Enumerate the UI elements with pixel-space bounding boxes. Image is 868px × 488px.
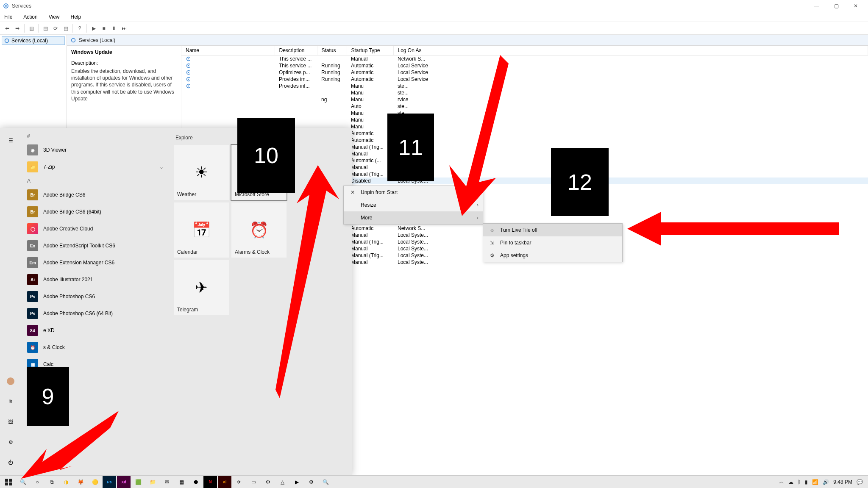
rail-user-icon[interactable] [2,373,19,390]
taskbar-app[interactable]: 🟡 [88,476,102,488]
back-button[interactable]: ⬅ [3,24,12,33]
start-app-item[interactable]: ⏰s & Clock [21,339,170,356]
table-row[interactable]: ngManurvice [181,96,868,103]
start-app-item[interactable]: AiAdobe Illustrator 2021 [21,271,170,288]
restart-service-button[interactable]: ⏭ [120,24,129,33]
context-menu-item[interactable]: More› [344,211,483,224]
taskbar-app[interactable]: Xd [117,476,131,488]
export-button[interactable]: ▤ [61,24,70,33]
minimize-button[interactable]: — [807,0,826,12]
menu-view[interactable]: View [47,13,61,21]
start-button[interactable] [2,476,15,488]
taskbar-app[interactable]: 🟩 [131,476,145,488]
context-menu-item[interactable]: Resize› [344,199,483,211]
start-service-button[interactable]: ▶ [89,24,98,33]
search-button[interactable]: 🔍 [16,476,30,488]
taskbar-app[interactable]: ⚙ [261,476,275,488]
tray-onedrive-icon[interactable]: ☁ [788,479,793,485]
taskbar-app[interactable]: 📁 [146,476,159,488]
tray-wifi-icon[interactable]: 📶 [812,479,818,485]
rail-menu-icon[interactable]: ☰ [2,132,19,149]
start-tile[interactable]: ✈Telegram [174,260,229,315]
context-menu-item[interactable]: ⚙App settings [483,249,622,262]
menu-help[interactable]: Help [69,13,83,21]
col-name[interactable]: Name [181,46,275,55]
start-app-item[interactable]: 📁7-Zip⌄ [21,158,170,175]
table-row[interactable]: Windows Event LogThis service ...Running… [181,62,868,69]
tray-volume-icon[interactable]: 🔊 [823,479,829,485]
table-row[interactable]: Manuste... [181,89,868,96]
menu-file[interactable]: File [3,13,14,21]
start-tile[interactable]: ☀Weather [174,145,229,200]
col-description[interactable]: Description [275,46,317,55]
taskbar-app[interactable]: ▭ [247,476,260,488]
taskbar-app[interactable]: Ai [218,476,231,488]
rail-settings-icon[interactable]: ⚙ [2,434,19,451]
taskbar-app[interactable]: ⚙ [304,476,318,488]
forward-button[interactable]: ➡ [13,24,22,33]
pause-service-button[interactable]: ⏸ [109,24,119,33]
start-app-item[interactable]: BrAdobe Bridge CS6 (64bit) [21,203,170,220]
tray-notifications-icon[interactable]: 💬 [857,479,863,485]
task-view-button[interactable]: ⧉ [45,476,58,488]
context-menu-item[interactable]: ⇲Pin to taskbar [483,236,622,249]
taskbar-app[interactable]: 🦊 [74,476,87,488]
table-row[interactable]: Windows Event CollectorThis service ...M… [181,55,868,63]
table-row[interactable]: Windows Insider ServiceProvides inf...Ma… [181,83,868,89]
tray-clock[interactable]: 9:48 PM [833,479,852,485]
maximize-button[interactable]: ▢ [826,0,846,12]
system-tray[interactable]: ︿ ☁ ᛒ ▮ 📶 🔊 9:48 PM 💬 [776,478,866,485]
taskbar-app[interactable]: ✉ [160,476,174,488]
tray-chevron-icon[interactable]: ︿ [779,478,784,485]
menu-action[interactable]: Action [22,13,39,21]
col-startup-type[interactable]: Startup Type [347,46,393,55]
context-menu-item[interactable]: ✕Unpin from Start [344,186,483,199]
help-button[interactable]: ? [75,24,84,33]
show-hide-tree-button[interactable]: ▥ [27,24,36,33]
col-status[interactable]: Status [317,46,347,55]
taskbar-app[interactable]: ⬢ [189,476,203,488]
properties-button[interactable]: ▤ [41,24,50,33]
taskbar-app[interactable]: ▶ [290,476,303,488]
list-header-hash[interactable]: # [21,130,170,141]
start-app-item[interactable]: Xde XD [21,322,170,339]
start-app-item[interactable]: PsAdobe Photoshop CS6 [21,288,170,305]
col-log-on-as[interactable]: Log On As [393,46,868,55]
tree-node-services-local[interactable]: Services (Local) [2,36,65,45]
stop-service-button[interactable]: ■ [99,24,108,33]
start-app-item[interactable]: EmAdobe Extension Manager CS6 [21,254,170,271]
taskbar-app[interactable]: ◑ [59,476,73,488]
tray-battery-icon[interactable]: ▮ [805,479,808,485]
context-menu-item[interactable]: ☼Turn Live Tile off [483,224,622,236]
rail-documents-icon[interactable]: 🗎 [2,393,19,410]
table-row[interactable]: Autoste... [181,103,868,110]
taskbar-app[interactable]: ▦ [175,476,188,488]
rail-pictures-icon[interactable]: 🖼 [2,413,19,430]
table-row[interactable]: Windows Image Acquisitio...Provides im..… [181,76,868,83]
refresh-button[interactable]: ⟳ [51,24,60,33]
rail-power-icon[interactable]: ⏻ [2,454,19,471]
start-tile[interactable]: ⏰Alarms & Clock [231,202,287,258]
start-app-item[interactable]: ◉3D Viewer [21,141,170,158]
taskbar-app[interactable]: Ps [103,476,116,488]
taskbar-app[interactable]: ✈ [232,476,246,488]
table-row[interactable]: Windows Font Cache ServiceOptimizes p...… [181,69,868,76]
description-text: Enables the detection, download, and ins… [71,68,177,102]
start-app-item[interactable]: BrAdobe Bridge CS6 [21,186,170,203]
tray-bluetooth-icon[interactable]: ᛒ [798,479,801,485]
start-app-item[interactable]: ExAdobe ExtendScript Toolkit CS6 [21,237,170,254]
start-app-item[interactable]: PsAdobe Photoshop CS6 (64 Bit) [21,305,170,322]
svg-rect-17 [5,482,8,485]
cortana-button[interactable]: ○ [31,476,44,488]
taskbar-app[interactable]: △ [275,476,289,488]
tile-icon: ✈ [195,279,208,297]
table-row[interactable]: Manuste... [181,110,868,116]
list-header-a[interactable]: A [21,175,170,186]
close-button[interactable]: ✕ [846,0,865,12]
start-app-label: 3D Viewer [43,147,67,153]
start-app-item[interactable]: ◯Adobe Creative Cloud [21,220,170,237]
taskbar-app[interactable]: 🔍 [319,476,332,488]
tile-caption: Calendar [177,249,198,255]
start-tile[interactable]: 📅Calendar [174,202,229,258]
taskbar-app[interactable]: N [203,476,217,488]
